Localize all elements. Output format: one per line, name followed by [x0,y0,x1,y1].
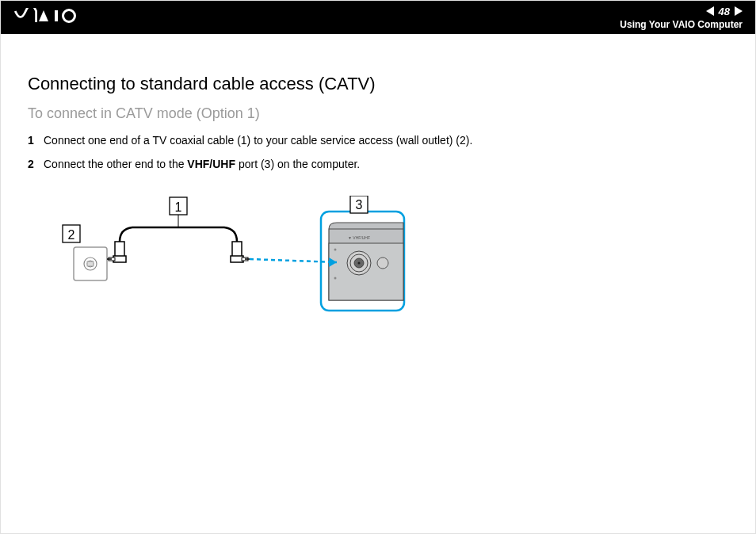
vaio-logo [13,6,85,29]
step-number: 2 [28,157,44,173]
page-title: Connecting to standard cable access (CAT… [28,74,728,94]
svg-point-25 [377,257,388,269]
page-navigation: 48 [706,6,743,17]
callout-1: 1 [170,197,187,227]
port-label-text: ▼ VHF/UHF [348,235,370,240]
step-row: 1 Connect one end of a TV coaxial cable … [28,133,728,149]
vaio-logo-svg [13,8,85,24]
page-subtitle: To connect in CATV mode (Option 1) [28,105,728,122]
svg-rect-5 [87,261,94,266]
computer-chassis-illustration: ▼ VHF/UHF [329,223,403,300]
next-page-arrow-icon[interactable] [735,6,743,16]
svg-text:2: 2 [68,228,75,242]
callout-2: 2 [63,225,80,242]
svg-point-24 [358,262,361,265]
svg-rect-12 [232,242,242,257]
header-right: 48 Using Your VAIO Computer [620,6,743,30]
step-text: Connect one end of a TV coaxial cable (1… [44,133,472,149]
connection-diagram: 2 1 [52,196,728,318]
step-text: Connect the other end to the VHF/UHF por… [44,157,360,173]
wall-outlet-illustration [74,247,107,280]
callout-3: 3 [350,196,368,213]
svg-text:3: 3 [356,198,363,212]
svg-point-27 [334,277,337,280]
page-content: Connecting to standard cable access (CAT… [1,34,755,334]
svg-point-1 [63,10,75,22]
coax-cable-illustration [107,227,250,262]
page-header: 48 Using Your VAIO Computer [1,1,755,34]
prev-page-arrow-icon[interactable] [706,6,714,16]
section-breadcrumb: Using Your VAIO Computer [620,19,743,30]
step-number: 1 [28,133,44,149]
svg-text:1: 1 [175,200,182,214]
svg-point-26 [334,249,337,251]
step-row: 2 Connect the other end to the VHF/UHF p… [28,157,728,173]
svg-rect-8 [115,242,124,257]
diagram-svg: 2 1 [52,196,416,315]
svg-line-30 [250,259,337,262]
page-number: 48 [719,6,730,17]
svg-rect-0 [55,10,58,21]
connection-arrow-line [250,257,337,267]
